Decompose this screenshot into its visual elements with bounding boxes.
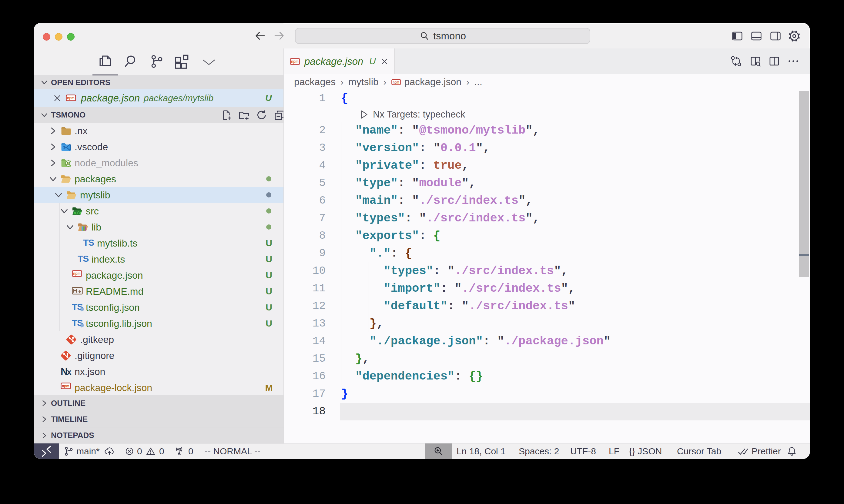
svg-text:npm: npm [73, 271, 81, 276]
svg-text:JS: JS [66, 162, 70, 165]
svg-text:npm: npm [62, 383, 69, 388]
svg-text:npm: npm [291, 59, 299, 64]
svg-text:</>: </> [74, 211, 81, 216]
svg-text:npm: npm [393, 80, 399, 84]
svg-text:npm: npm [67, 95, 74, 100]
